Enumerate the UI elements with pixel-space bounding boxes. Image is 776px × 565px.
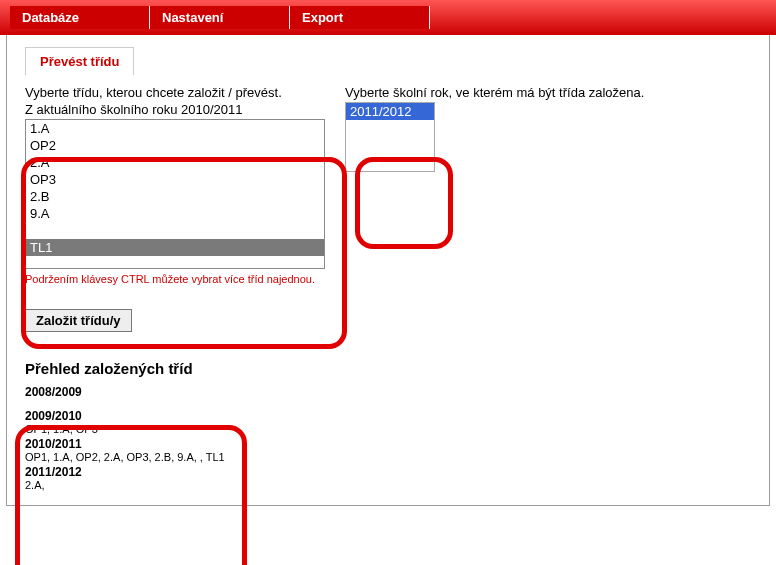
overview-year: 2011/2012 <box>25 465 751 479</box>
class-option[interactable]: 2.A <box>26 154 324 171</box>
left-prompt: Vyberte třídu, kterou chcete založit / p… <box>25 85 325 100</box>
ctrl-hint: Podržením klávesy CTRL můžete vybrat víc… <box>25 273 325 285</box>
menu-settings[interactable]: Nastavení <box>150 6 290 29</box>
year-listbox[interactable]: 2011/2012 <box>345 102 435 172</box>
main-content: Převést třídu Vyberte třídu, kterou chce… <box>6 35 770 506</box>
left-column: Vyberte třídu, kterou chcete založit / p… <box>25 85 325 285</box>
overview-classes: OP1, 1.A, OP2, 2.A, OP3, 2.B, 9.A, , TL1 <box>25 451 751 463</box>
class-option[interactable]: 9.A <box>26 205 324 222</box>
class-option[interactable]: 1.A <box>26 120 324 137</box>
tab-transfer-class[interactable]: Převést třídu <box>25 47 134 75</box>
overview-title: Přehled založených tříd <box>25 360 751 377</box>
class-listbox[interactable]: 1.AOP22.AOP32.B9.A TL1 <box>25 119 325 269</box>
right-prompt: Vyberte školní rok, ve kterém má být tří… <box>345 85 644 100</box>
class-option[interactable]: TL1 <box>26 239 324 256</box>
year-option[interactable]: 2011/2012 <box>346 103 434 120</box>
right-column: Vyberte školní rok, ve kterém má být tří… <box>345 85 644 285</box>
left-subprompt: Z aktuálního školního roku 2010/2011 <box>25 102 325 117</box>
overview-section: Přehled založených tříd 2008/20092009/20… <box>25 360 751 491</box>
menu-export[interactable]: Export <box>290 6 430 29</box>
overview-year: 2010/2011 <box>25 437 751 451</box>
overview-classes: 2.A, <box>25 479 751 491</box>
overview-classes: OP1, 1.A, OP3 <box>25 423 751 435</box>
class-option[interactable]: OP2 <box>26 137 324 154</box>
class-option[interactable]: OP3 <box>26 171 324 188</box>
menu-database[interactable]: Databáze <box>10 6 150 29</box>
class-option[interactable] <box>26 222 324 239</box>
overview-year: 2008/2009 <box>25 385 751 399</box>
class-option[interactable]: 2.B <box>26 188 324 205</box>
create-class-button[interactable]: Založit třídu/y <box>25 309 132 332</box>
overview-year: 2009/2010 <box>25 409 751 423</box>
top-menu: Databáze Nastavení Export <box>0 0 776 35</box>
